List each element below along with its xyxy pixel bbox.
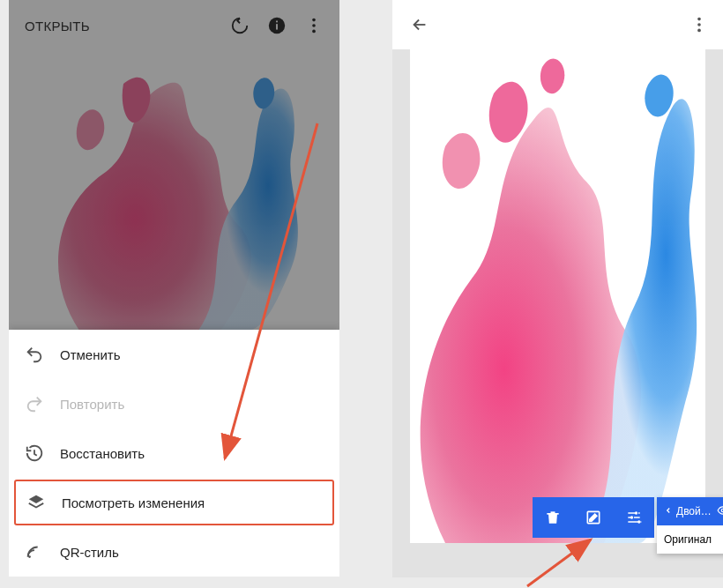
annotation-arrow-right xyxy=(0,0,723,588)
svg-line-19 xyxy=(527,540,591,586)
